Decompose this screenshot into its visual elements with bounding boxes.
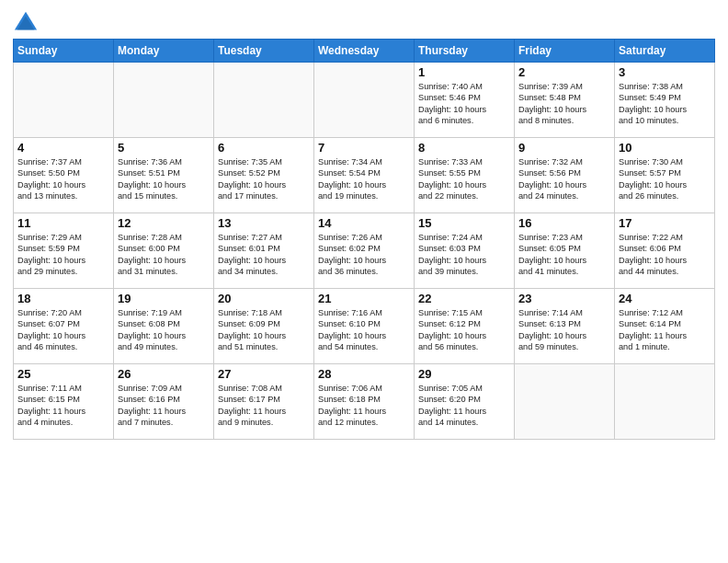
day-number: 12 [118, 216, 210, 230]
calendar-cell: 14Sunrise: 7:26 AM Sunset: 6:02 PM Dayli… [314, 213, 415, 289]
calendar-cell: 21Sunrise: 7:16 AM Sunset: 6:10 PM Dayli… [314, 289, 415, 364]
day-header-saturday: Saturday [615, 40, 715, 63]
day-info: Sunrise: 7:18 AM Sunset: 6:09 PM Dayligh… [218, 307, 310, 353]
day-number: 25 [17, 367, 109, 381]
calendar-cell: 2Sunrise: 7:39 AM Sunset: 5:48 PM Daylig… [515, 63, 615, 138]
day-number: 26 [118, 367, 210, 381]
calendar-cell: 8Sunrise: 7:33 AM Sunset: 5:55 PM Daylig… [415, 138, 515, 213]
day-info: Sunrise: 7:16 AM Sunset: 6:10 PM Dayligh… [318, 307, 410, 353]
day-header-wednesday: Wednesday [314, 40, 415, 63]
calendar-cell: 7Sunrise: 7:34 AM Sunset: 5:54 PM Daylig… [314, 138, 415, 213]
calendar-cell: 28Sunrise: 7:06 AM Sunset: 6:18 PM Dayli… [314, 364, 415, 440]
day-info: Sunrise: 7:08 AM Sunset: 6:17 PM Dayligh… [218, 383, 310, 429]
day-header-friday: Friday [515, 40, 615, 63]
calendar-cell: 4Sunrise: 7:37 AM Sunset: 5:50 PM Daylig… [14, 138, 114, 213]
logo-icon [13, 9, 39, 35]
calendar-cell: 18Sunrise: 7:20 AM Sunset: 6:07 PM Dayli… [14, 289, 114, 364]
header [13, 9, 715, 35]
day-info: Sunrise: 7:22 AM Sunset: 6:06 PM Dayligh… [619, 232, 711, 278]
calendar-cell: 19Sunrise: 7:19 AM Sunset: 6:08 PM Dayli… [114, 289, 214, 364]
day-header-monday: Monday [114, 40, 214, 63]
calendar-cell: 17Sunrise: 7:22 AM Sunset: 6:06 PM Dayli… [615, 213, 715, 289]
calendar-table: SundayMondayTuesdayWednesdayThursdayFrid… [13, 39, 715, 440]
calendar-cell: 1Sunrise: 7:40 AM Sunset: 5:46 PM Daylig… [415, 63, 515, 138]
day-header-tuesday: Tuesday [214, 40, 314, 63]
day-number: 9 [518, 141, 610, 155]
day-info: Sunrise: 7:14 AM Sunset: 6:13 PM Dayligh… [518, 307, 610, 353]
day-number: 1 [418, 65, 510, 79]
day-number: 29 [418, 367, 510, 381]
calendar-week-1: 4Sunrise: 7:37 AM Sunset: 5:50 PM Daylig… [14, 138, 715, 213]
calendar-cell [615, 364, 715, 440]
day-info: Sunrise: 7:24 AM Sunset: 6:03 PM Dayligh… [418, 232, 510, 278]
calendar-cell: 6Sunrise: 7:35 AM Sunset: 5:52 PM Daylig… [214, 138, 314, 213]
page-container: SundayMondayTuesdayWednesdayThursdayFrid… [0, 0, 728, 445]
calendar-week-0: 1Sunrise: 7:40 AM Sunset: 5:46 PM Daylig… [14, 63, 715, 138]
day-number: 23 [518, 292, 610, 305]
day-number: 11 [17, 216, 109, 230]
day-number: 24 [619, 292, 711, 305]
day-number: 10 [619, 141, 711, 155]
day-number: 22 [418, 292, 510, 305]
calendar-cell [14, 63, 114, 138]
day-number: 2 [518, 65, 610, 79]
day-number: 17 [619, 216, 711, 230]
day-info: Sunrise: 7:28 AM Sunset: 6:00 PM Dayligh… [118, 232, 210, 278]
day-number: 15 [418, 216, 510, 230]
calendar-cell [214, 63, 314, 138]
day-number: 13 [218, 216, 310, 230]
day-number: 3 [619, 65, 711, 79]
calendar-cell: 10Sunrise: 7:30 AM Sunset: 5:57 PM Dayli… [615, 138, 715, 213]
calendar-cell [314, 63, 415, 138]
calendar-cell: 3Sunrise: 7:38 AM Sunset: 5:49 PM Daylig… [615, 63, 715, 138]
day-number: 14 [318, 216, 410, 230]
day-info: Sunrise: 7:35 AM Sunset: 5:52 PM Dayligh… [218, 156, 310, 202]
day-info: Sunrise: 7:12 AM Sunset: 6:14 PM Dayligh… [619, 307, 711, 353]
calendar-cell: 25Sunrise: 7:11 AM Sunset: 6:15 PM Dayli… [14, 364, 114, 440]
calendar-cell: 29Sunrise: 7:05 AM Sunset: 6:20 PM Dayli… [415, 364, 515, 440]
day-info: Sunrise: 7:33 AM Sunset: 5:55 PM Dayligh… [418, 156, 510, 202]
day-info: Sunrise: 7:38 AM Sunset: 5:49 PM Dayligh… [619, 81, 711, 127]
logo [13, 9, 42, 35]
day-header-sunday: Sunday [14, 40, 114, 63]
day-number: 8 [418, 141, 510, 155]
calendar-cell: 20Sunrise: 7:18 AM Sunset: 6:09 PM Dayli… [214, 289, 314, 364]
calendar-week-3: 18Sunrise: 7:20 AM Sunset: 6:07 PM Dayli… [14, 289, 715, 364]
calendar-cell: 5Sunrise: 7:36 AM Sunset: 5:51 PM Daylig… [114, 138, 214, 213]
calendar-cell: 22Sunrise: 7:15 AM Sunset: 6:12 PM Dayli… [415, 289, 515, 364]
day-info: Sunrise: 7:11 AM Sunset: 6:15 PM Dayligh… [17, 383, 109, 429]
day-info: Sunrise: 7:34 AM Sunset: 5:54 PM Dayligh… [318, 156, 410, 202]
day-number: 5 [118, 141, 210, 155]
calendar-cell: 24Sunrise: 7:12 AM Sunset: 6:14 PM Dayli… [615, 289, 715, 364]
day-info: Sunrise: 7:23 AM Sunset: 6:05 PM Dayligh… [518, 232, 610, 278]
day-number: 21 [318, 292, 410, 305]
day-number: 18 [17, 292, 109, 305]
calendar-header-row: SundayMondayTuesdayWednesdayThursdayFrid… [14, 40, 715, 63]
calendar-cell: 16Sunrise: 7:23 AM Sunset: 6:05 PM Dayli… [515, 213, 615, 289]
calendar-cell: 15Sunrise: 7:24 AM Sunset: 6:03 PM Dayli… [415, 213, 515, 289]
day-number: 20 [218, 292, 310, 305]
calendar-cell [515, 364, 615, 440]
day-info: Sunrise: 7:30 AM Sunset: 5:57 PM Dayligh… [619, 156, 711, 202]
day-number: 28 [318, 367, 410, 381]
calendar-week-4: 25Sunrise: 7:11 AM Sunset: 6:15 PM Dayli… [14, 364, 715, 440]
day-info: Sunrise: 7:06 AM Sunset: 6:18 PM Dayligh… [318, 383, 410, 429]
day-info: Sunrise: 7:20 AM Sunset: 6:07 PM Dayligh… [17, 307, 109, 353]
calendar-cell: 23Sunrise: 7:14 AM Sunset: 6:13 PM Dayli… [515, 289, 615, 364]
day-info: Sunrise: 7:36 AM Sunset: 5:51 PM Dayligh… [118, 156, 210, 202]
day-info: Sunrise: 7:40 AM Sunset: 5:46 PM Dayligh… [418, 81, 510, 127]
day-info: Sunrise: 7:37 AM Sunset: 5:50 PM Dayligh… [17, 156, 109, 202]
calendar-cell [114, 63, 214, 138]
day-info: Sunrise: 7:32 AM Sunset: 5:56 PM Dayligh… [518, 156, 610, 202]
calendar-cell: 9Sunrise: 7:32 AM Sunset: 5:56 PM Daylig… [515, 138, 615, 213]
day-number: 19 [118, 292, 210, 305]
calendar-cell: 12Sunrise: 7:28 AM Sunset: 6:00 PM Dayli… [114, 213, 214, 289]
day-number: 6 [218, 141, 310, 155]
day-info: Sunrise: 7:09 AM Sunset: 6:16 PM Dayligh… [118, 383, 210, 429]
calendar-cell: 26Sunrise: 7:09 AM Sunset: 6:16 PM Dayli… [114, 364, 214, 440]
calendar-week-2: 11Sunrise: 7:29 AM Sunset: 5:59 PM Dayli… [14, 213, 715, 289]
day-info: Sunrise: 7:15 AM Sunset: 6:12 PM Dayligh… [418, 307, 510, 353]
day-number: 4 [17, 141, 109, 155]
day-header-thursday: Thursday [415, 40, 515, 63]
calendar-cell: 27Sunrise: 7:08 AM Sunset: 6:17 PM Dayli… [214, 364, 314, 440]
